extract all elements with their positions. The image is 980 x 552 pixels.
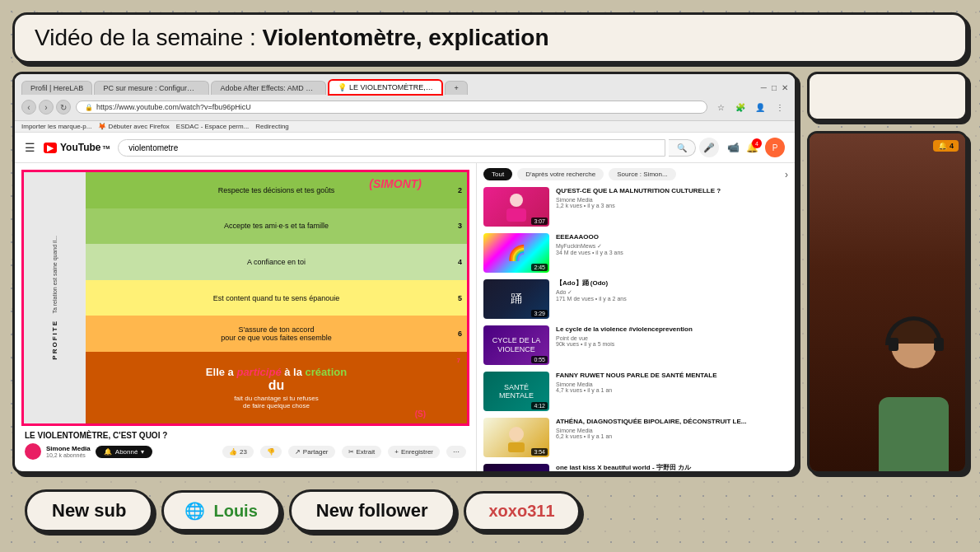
thumb-6: 3:54 [483,418,549,457]
thumb-img-7: 美 [483,464,549,471]
vm-du-text: du [206,378,347,393]
thumb-duration-1: 3:07 [531,218,548,225]
vli-meta-2: 34 M de vues • il y a 3 ans [556,250,788,255]
upload-icon[interactable]: 📹 [727,142,740,153]
share-button[interactable]: ↗ Partager [288,446,335,458]
yt-search-bar: 🔍 🎤 [118,138,719,157]
headphone-right [889,338,898,351]
dislike-button[interactable]: 👎 [260,446,282,458]
hamburger-icon[interactable]: ☰ [25,141,35,154]
thumb-duration-5: 4:12 [531,402,548,409]
user-avatar[interactable]: P [765,138,785,157]
sidebar-video-3[interactable]: 踊 3:29 【Ado】踊 (Odo) Ado ✓ 171 M de vues … [483,279,788,319]
video-player[interactable]: Ta relation est saine quand il... PROFIT… [21,170,469,426]
vm-row-2: Accepte tes ami·e·s et ta famille 3 [86,208,467,245]
bookmark-2[interactable]: 🦊 Débuter avec Firefox [98,123,169,130]
bookmark-4[interactable]: Redirecting [255,123,288,130]
menu-icon[interactable]: ⋮ [772,99,788,115]
vli-title-5: FANNY RUWET NOUS PARLE DE SANTÉ MENTALE [556,372,788,380]
yt-header: ☰ ▶ YouTube TM 🔍 🎤 📹 🔔4 [15,133,795,163]
search-input[interactable] [118,139,665,157]
subscribe-button[interactable]: 🔔 Abonné ▾ [96,446,153,458]
title-bar: Vidéo de la semaine : Violentomètre, exp… [12,12,968,63]
sidebar-video-6[interactable]: 3:54 ATHÉNA, DIAGNOSTIQUÉE BIPOLAIRE, DÉ… [483,418,788,457]
browser-minimize[interactable]: ─ [761,83,767,92]
sidebar-video-7[interactable]: 美 10:09 one last kiss X beautiful world … [483,464,788,471]
vm-special-text: Elle a participé à la création du fait d… [203,363,350,414]
bookmark-3[interactable]: ESDAC - Espace perm... [176,123,249,130]
page-title: Vidéo de la semaine : Violentomètre, exp… [35,25,549,51]
user-notification: 🌐 Louis [161,490,280,531]
filter-source[interactable]: Source : Simon... [609,168,675,180]
filter-recherche[interactable]: D'après votre recherche [517,168,604,180]
filter-tout[interactable]: Tout [483,168,512,180]
yt-sidebar: Tout D'après votre recherche Source : Si… [476,163,795,471]
nav-buttons: ‹ › ↻ [21,100,71,115]
thumb-duration-6: 3:54 [531,448,548,456]
youtube-logo[interactable]: ▶ YouTube TM [44,142,110,153]
follower-name-badge: xoxo311 [464,491,581,531]
filter-next[interactable]: › [785,169,788,180]
thumb-duration-3: 3:29 [531,310,548,317]
svg-rect-1 [506,208,526,222]
forward-button[interactable]: › [39,100,54,115]
back-button[interactable]: ‹ [21,100,36,115]
more-button[interactable]: ⋯ [446,446,466,458]
channel-info: Simone Media 10,2 k abonnés [46,445,91,458]
video-info: LE VIOLENTOMÈTRE, C'EST QUOI ? Simone Me… [21,426,469,465]
webcam-badge: 🔔 4 [933,140,959,152]
vli-info-5: FANNY RUWET NOUS PARLE DE SANTÉ MENTALE … [556,372,788,411]
vm-row-special: Elle a participé à la création du fait d… [86,352,467,423]
vli-info-7: one last kiss X beautiful world - 宇野田 カル… [556,464,788,471]
share-label: Partager [303,448,329,456]
search-button[interactable]: 🔍 [669,139,696,157]
address-bar[interactable]: 🔒 https://www.youtube.com/watch?v=fbu96p… [76,101,707,114]
vm-word-participe: participé [236,366,281,378]
like-button[interactable]: 👍 23 [222,446,254,458]
bookmark-icon[interactable]: ☆ [712,99,729,115]
mic-button[interactable]: 🎤 [699,138,719,157]
sidebar-video-1[interactable]: 3:07 QU'EST-CE QUE LA MALNUTRITION CULTU… [483,187,788,227]
vm-bottom-line1: Elle a participé à la création [206,366,347,379]
browser-maximize[interactable]: □ [772,83,777,92]
tab-profil[interactable]: Profil | HereLAB [21,81,92,95]
vm-row-4: Est content quand tu te sens épanouie 5 [86,280,467,316]
tab-youtube[interactable]: 💡 LE VIOLENTOMÈTRE, C'EST... [328,79,443,96]
vm-row-3: A confiance en toi 4 [86,244,467,280]
new-follower-label: New follower [316,500,428,521]
notification-bell[interactable]: 🔔4 [746,142,758,153]
new-sub-badge: New sub [25,489,153,532]
video-channel: Simone Media 10,2 k abonnés 🔔 Abonné ▾ [25,443,152,460]
sidebar-video-2[interactable]: 🌈 2:45 EEEAAAOOO MyFuckinMews ✓ 34 M de … [483,233,788,273]
save-button[interactable]: + Enregistrer [388,446,440,458]
vli-channel-1: Simone Media [556,197,788,203]
thumb-duration-4: 0:55 [531,356,548,363]
svg-rect-3 [508,442,525,452]
refresh-button[interactable]: ↻ [56,100,71,115]
tab-pc[interactable]: PC sur mesure : ConfigurMa... [94,81,209,95]
top-placeholder [807,72,968,121]
channel-name: Simone Media [46,445,91,452]
extensions-icon[interactable]: 🧩 [732,99,749,115]
browser-actions: ☆ 🧩 👤 ⋮ [712,99,788,115]
yt-logo-super: TM [103,145,110,150]
subscribe-bell: 🔔 [104,448,112,456]
bookmark-1[interactable]: Importer les marque-p... [21,123,91,130]
vm-row-5: S'assure de ton accordpour ce que vous f… [86,316,467,352]
browser-close[interactable]: ✕ [782,83,788,92]
vm-num-3: 4 [458,258,462,266]
dislike-icon: 👎 [267,448,275,456]
title-suffix: Violentomètre, explication [263,25,549,50]
tab-new[interactable]: + [445,81,467,95]
like-count: 23 [240,448,247,456]
sidebar-video-5[interactable]: SANTÉ MENTALE 4:12 FANNY RUWET NOUS PARL… [483,372,788,411]
sidebar-video-4[interactable]: CYCLE DE LA VIOLENCE 0:55 Le cycle de la… [483,325,788,365]
clip-icon: ✂ [348,448,354,456]
clip-button[interactable]: ✂ Extrait [342,446,382,458]
profile-icon[interactable]: 👤 [752,99,768,115]
browser-tabs: Profil | HereLAB PC sur mesure : Configu… [21,79,788,96]
vli-channel-2: MyFuckinMews ✓ [556,243,788,250]
tab-adobe[interactable]: Adobe After Effects: AMD Ry... [211,81,326,95]
svg-point-0 [510,194,523,207]
thumb-1: 3:07 [483,187,549,227]
